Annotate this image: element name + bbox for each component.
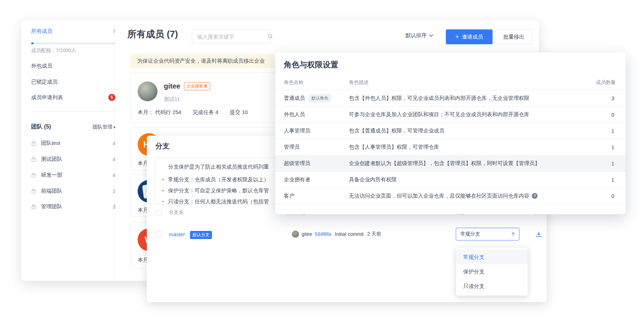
download-branch-button[interactable] xyxy=(535,231,542,239)
screen: 所有成员 7 成员配额：7/1000人 外包成员 已锁定成员 成员申请列表 5 … xyxy=(0,0,644,323)
team-manage-dropdown[interactable]: 团队管理▾ xyxy=(92,124,115,130)
role-desc: 可参与企业仓库及加入企业团队和项目；不可见企业成员列表和内部开源仓库 xyxy=(349,111,587,118)
caret-down-icon: ▾ xyxy=(113,125,115,129)
team-name[interactable]: 团队test xyxy=(41,140,113,147)
role-count: 1 xyxy=(611,160,614,166)
member-desc: 测试11 xyxy=(164,96,180,103)
commit-sha-link[interactable]: 584f8fa xyxy=(315,231,331,237)
sort-dropdown[interactable]: 默认排序 xyxy=(406,32,433,39)
stat-tasks-done: 完成任务 4 xyxy=(193,109,219,115)
default-role-badge: 默认角色 xyxy=(309,94,331,102)
role-row-super-admin[interactable]: 超级管理员 企业创建者默认为【超级管理员】，包含【管理员】权限，同时可设置【管理… xyxy=(275,155,626,171)
role-count: 0 xyxy=(611,193,614,199)
selected-status: 常规分支 xyxy=(460,231,480,237)
role-name: 管理员 xyxy=(284,144,300,151)
bullet-text: 只读分支：任何人都无法推送代码（包括管 xyxy=(168,196,269,207)
owner-role-badge: 企业拥有者 xyxy=(184,82,210,90)
lock-icon xyxy=(31,172,36,178)
commit-info: gitee 584f8fa Initial commit 2 天前 xyxy=(292,231,381,238)
role-row-admin[interactable]: 管理员 包含【人事管理员】权限，可管理仓库 1 xyxy=(275,139,626,155)
role-row-hr-admin[interactable]: 人事管理员 包含【普通成员】权限，可管理企业成员 1 xyxy=(275,123,626,139)
col-role-desc: 角色描述 xyxy=(349,79,369,86)
role-desc: 包含【人事管理员】权限，可管理仓库 xyxy=(349,144,587,151)
stats-prefix: 本月： xyxy=(138,109,154,115)
member-stats: 本月： 代码行 254 完成任务 4 提交 10 xyxy=(138,109,258,116)
committer-name: gitee xyxy=(301,231,312,237)
row-checkbox[interactable] xyxy=(156,231,162,237)
bullet-text: 保护分支：可自定义保护策略，默认仓库管 xyxy=(168,185,269,196)
sidebar-item-outsourced[interactable]: 外包成员 xyxy=(31,63,115,69)
invite-label: 邀请成员 xyxy=(462,34,483,40)
branch-name-link[interactable]: master xyxy=(169,231,185,237)
teams-title: 团队 (5) xyxy=(31,123,51,131)
search-input[interactable] xyxy=(197,34,268,40)
roles-permissions-dialog: 角色与权限设置 角色名称 角色描述 成员数量 普通成员默认角色 包含【外包人员】… xyxy=(275,52,626,214)
sidebar-item-team-1[interactable]: 测试团队 4 xyxy=(31,156,115,163)
dropdown-option-readonly[interactable]: 只读分支 xyxy=(456,279,528,293)
sidebar-item-team-3[interactable]: 前端团队 2 xyxy=(31,188,115,194)
outsourced-label[interactable]: 外包成员 xyxy=(31,63,52,69)
role-name: 超级管理员 xyxy=(284,160,310,167)
role-name: 人事管理员 xyxy=(284,128,310,134)
roles-dialog-title: 角色与权限设置 xyxy=(284,60,338,70)
sidebar-item-locked[interactable]: 已锁定成员 xyxy=(31,79,115,85)
role-row-outsourced[interactable]: 外包人员 可参与企业仓库及加入企业团队和项目；不可见企业成员列表和内部开源仓库 … xyxy=(275,106,626,123)
team-count: 3 xyxy=(113,204,115,210)
team-name[interactable]: 测试团队 xyxy=(41,156,113,163)
role-desc: 包含【外包人员】权限，可见企业成员列表和内部开源仓库，无企业管理权限 xyxy=(349,95,587,102)
invite-member-button[interactable]: + 邀请成员 xyxy=(446,29,493,44)
role-name: 企业拥有者 xyxy=(284,176,310,183)
committer-avatar xyxy=(292,231,299,238)
member-search[interactable] xyxy=(192,29,270,44)
team-manage-label[interactable]: 团队管理 xyxy=(92,124,112,130)
applications-label[interactable]: 成员申请列表 xyxy=(31,94,63,101)
sidebar-item-team-0[interactable]: 团队test 4 xyxy=(31,140,115,147)
stat-lines-of-code: 代码行 254 xyxy=(155,109,181,115)
sidebar-item-all-members[interactable]: 所有成员 7 xyxy=(31,28,115,35)
lock-icon xyxy=(31,204,36,209)
team-name[interactable]: 管理团队 xyxy=(41,203,113,210)
bullet-icon: • xyxy=(162,196,168,207)
sort-label[interactable]: 默认排序 xyxy=(406,32,427,39)
role-row-regular-member[interactable]: 普通成员默认角色 包含【外包人员】权限，可见企业成员列表和内部开源仓库，无企业管… xyxy=(275,90,626,106)
branch-status-select[interactable]: 常规分支 xyxy=(456,228,519,240)
role-row-owner[interactable]: 企业拥有者 具备企业内所有权限 1 xyxy=(275,171,626,188)
all-members-label[interactable]: 所有成员 xyxy=(31,28,52,35)
role-count: 3 xyxy=(611,95,614,101)
commit-time: 2 天前 xyxy=(367,231,381,237)
quota-label: 成员配额：7/1000人 xyxy=(31,47,76,54)
team-name[interactable]: 研发一部 xyxy=(41,172,113,178)
branch-status-dropdown-menu: 常规分支 保护分支 只读分支 xyxy=(456,247,528,296)
member-name[interactable]: gitee xyxy=(164,82,180,90)
branch-dialog-title: 分支 xyxy=(155,141,169,151)
batch-remove-button[interactable]: 批量移出 xyxy=(495,29,532,44)
stat-commits: 提交 10 xyxy=(230,109,248,115)
team-name[interactable]: 前端团队 xyxy=(41,188,113,194)
role-desc: 包含【普通成员】权限，可管理企业成员 xyxy=(349,128,587,134)
sidebar-item-team-4[interactable]: 管理团队 3 xyxy=(31,203,115,210)
role-count: 0 xyxy=(611,112,614,118)
role-name: 客户 xyxy=(284,193,294,199)
lock-icon xyxy=(31,188,36,194)
download-icon xyxy=(535,231,542,238)
role-count: 1 xyxy=(611,144,614,150)
sidebar-item-applications[interactable]: 成员申请列表 5 xyxy=(31,94,115,101)
select-all-checkbox[interactable] xyxy=(156,210,162,215)
role-row-customer[interactable]: 客户 无法访问企业页面，但可以加入企业仓库，且仅能够在社区页面访问仓库内容? 0 xyxy=(275,188,626,204)
teams-header: 团队 (5) 团队管理▾ xyxy=(31,123,115,131)
dropdown-option-protected[interactable]: 保护分支 xyxy=(456,264,528,279)
lock-icon xyxy=(31,157,36,162)
plus-icon: + xyxy=(455,33,459,41)
col-member-count: 成员数量 xyxy=(596,79,616,86)
arrow-up-icon xyxy=(511,232,516,237)
col-role-name: 角色名称 xyxy=(284,79,304,86)
sidebar-item-team-2[interactable]: 研发一部 4 xyxy=(31,172,115,178)
role-desc: 无法访问企业页面，但可以加入企业仓库，且仅能够在社区页面访问仓库内容? xyxy=(349,193,587,199)
all-members-count: 7 xyxy=(113,29,115,34)
role-name: 外包人员 xyxy=(284,111,305,118)
help-icon[interactable]: ? xyxy=(532,193,537,199)
bullet-icon: • xyxy=(162,185,168,196)
locked-label[interactable]: 已锁定成员 xyxy=(31,79,58,85)
dropdown-option-regular[interactable]: 常规分支 xyxy=(456,250,528,264)
roles-table: 普通成员默认角色 包含【外包人员】权限，可见企业成员列表和内部开源仓库，无企业管… xyxy=(275,90,626,204)
